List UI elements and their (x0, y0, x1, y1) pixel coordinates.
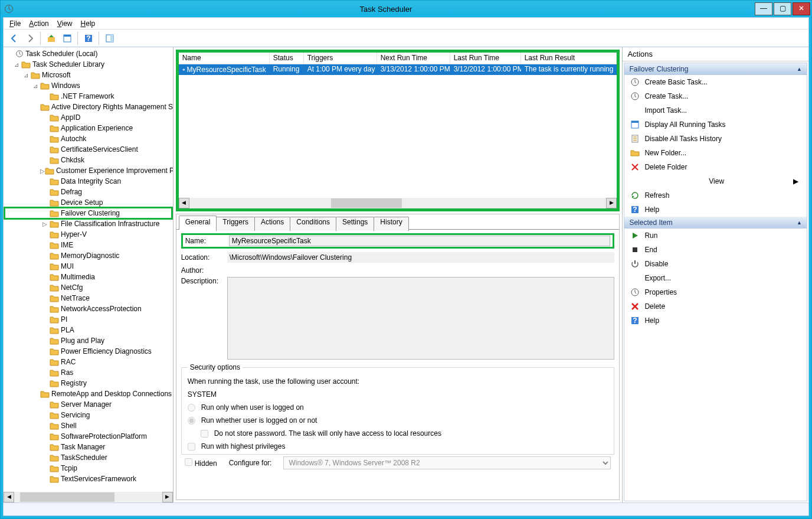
tab-history[interactable]: History (374, 217, 408, 231)
tree-item[interactable]: RemoteApp and Desktop Connections Update (5, 389, 172, 399)
tab-conditions[interactable]: Conditions (290, 217, 336, 231)
menu-action[interactable]: Action (29, 19, 48, 28)
tree-item[interactable]: MemoryDiagnostic (5, 250, 172, 261)
tree-item[interactable]: NetCfg (5, 282, 172, 293)
tree-item[interactable]: Device Setup (5, 197, 172, 208)
tree-scrollbar[interactable]: ◀▶ (4, 492, 173, 502)
up-button[interactable] (44, 31, 58, 45)
folder-icon (50, 411, 59, 419)
tree-item[interactable]: Task Manager (5, 442, 172, 452)
tree-root[interactable]: Task Scheduler (Local) (5, 48, 172, 59)
action-item[interactable]: Import Task... (624, 103, 807, 117)
col-name[interactable]: Name (179, 53, 270, 64)
props-button[interactable] (60, 31, 74, 45)
menu-view[interactable]: View (57, 19, 73, 28)
tree-library[interactable]: ⊿Task Scheduler Library (5, 59, 172, 70)
tree-item[interactable]: MUI (5, 261, 172, 272)
col-result[interactable]: Last Run Result (521, 53, 617, 64)
action-item[interactable]: Run (624, 229, 807, 243)
close-button[interactable]: ✕ (793, 2, 810, 15)
tree-item[interactable]: AppID (5, 112, 172, 123)
col-status[interactable]: Status (270, 53, 304, 64)
task-detail: General Triggers Actions Conditions Sett… (176, 214, 620, 500)
tree-item[interactable]: Servicing (5, 410, 172, 420)
action-item[interactable]: Refresh (624, 188, 807, 203)
action-item[interactable]: Delete Folder (624, 160, 807, 174)
tree-item[interactable]: Plug and Play (5, 335, 172, 346)
tree-item[interactable]: Shell (5, 420, 172, 431)
tree-item[interactable]: TextServicesFramework (5, 474, 172, 484)
tab-general[interactable]: General (179, 216, 217, 230)
tree-item[interactable]: Application Experience (5, 123, 172, 133)
action-icon (630, 231, 640, 240)
task-row[interactable]: MyResourceSpecificTask Running At 1:00 P… (179, 64, 617, 75)
tree-item[interactable]: Registry (5, 378, 172, 389)
tree-item[interactable]: Multimedia (5, 272, 172, 282)
menu-file[interactable]: File (9, 19, 21, 28)
tree-item[interactable]: CertificateServicesClient (5, 144, 172, 155)
action-item[interactable]: Delete (624, 299, 807, 314)
action-item[interactable]: Create Basic Task... (624, 75, 807, 89)
action-item[interactable]: Create Task... (624, 89, 807, 103)
action-item[interactable]: Disable All Tasks History (624, 132, 807, 146)
actions-section-2[interactable]: Selected Item▲ (624, 217, 807, 229)
tree-item[interactable]: Hyper-V (5, 229, 172, 240)
col-next[interactable]: Next Run Time (377, 53, 450, 64)
tab-triggers[interactable]: Triggers (216, 217, 255, 231)
tree-item[interactable]: ▷Customer Experience Improvement Program (5, 165, 172, 176)
minimize-button[interactable]: — (755, 2, 772, 15)
tree-item[interactable]: NetworkAccessProtection (5, 303, 172, 314)
action-item[interactable]: Disable (624, 257, 807, 271)
action-item[interactable]: Properties (624, 285, 807, 299)
action-item[interactable]: Display All Running Tasks (624, 117, 807, 132)
tree-item[interactable]: Defrag (5, 187, 172, 197)
tree-item[interactable]: Data Integrity Scan (5, 176, 172, 187)
pane-button[interactable] (103, 31, 117, 45)
action-icon (630, 106, 640, 115)
help-button[interactable]: ? (81, 31, 96, 45)
tree-item[interactable]: RAC (5, 357, 172, 367)
task-list: Name Status Triggers Next Run Time Last … (176, 50, 620, 211)
action-item[interactable]: View▶ (624, 174, 807, 188)
back-button[interactable] (7, 31, 21, 45)
tree-item[interactable]: Ras (5, 367, 172, 378)
menu-help[interactable]: Help (81, 19, 96, 28)
task-list-header[interactable]: Name Status Triggers Next Run Time Last … (179, 53, 617, 64)
tree-item[interactable]: TaskScheduler (5, 452, 172, 463)
tree-item[interactable]: .NET Framework (5, 91, 172, 102)
tree-item[interactable]: IME (5, 240, 172, 250)
folder-icon (50, 422, 59, 430)
tree-windows[interactable]: ⊿Windows (5, 80, 172, 91)
tree-item[interactable]: ▷File Classification Infrastructure (5, 218, 172, 229)
actions-section-1[interactable]: Failover Clustering▲ (624, 63, 807, 75)
action-item[interactable]: Export... (624, 271, 807, 285)
action-item[interactable]: End (624, 243, 807, 257)
action-item[interactable]: ?Help (624, 314, 807, 328)
clock-icon (182, 66, 185, 74)
action-item[interactable]: ?Help (624, 203, 807, 217)
tab-actions[interactable]: Actions (254, 217, 290, 231)
task-name-field[interactable] (229, 236, 611, 246)
folder-icon (50, 220, 59, 228)
tree-item[interactable]: SoftwareProtectionPlatform (5, 431, 172, 442)
tree-item[interactable]: Autochk (5, 133, 172, 144)
folder-icon (50, 443, 59, 451)
tree-item[interactable]: PLA (5, 325, 172, 335)
tree-item[interactable]: NetTrace (5, 293, 172, 303)
tree-item[interactable]: PI (5, 314, 172, 325)
tree-item[interactable]: Power Efficiency Diagnostics (5, 346, 172, 357)
tree-microsoft[interactable]: ⊿Microsoft (5, 70, 172, 80)
maximize-button[interactable]: ▢ (774, 2, 791, 15)
col-last[interactable]: Last Run Time (450, 53, 521, 64)
col-triggers[interactable]: Triggers (304, 53, 377, 64)
folder-icon (31, 71, 40, 79)
tree-item[interactable]: Chkdsk (5, 155, 172, 165)
tab-settings[interactable]: Settings (336, 217, 374, 231)
forward-button[interactable] (23, 31, 37, 45)
tree-item[interactable]: Active Directory Rights Management Servi… (5, 102, 172, 112)
tree-item[interactable]: Tcpip (5, 463, 172, 474)
tasklist-scrollbar[interactable]: ◀▶ (179, 198, 617, 208)
tree-item[interactable]: Server Manager (5, 399, 172, 410)
action-item[interactable]: New Folder... (624, 146, 807, 160)
tree-item[interactable]: Failover Clustering (5, 208, 172, 218)
